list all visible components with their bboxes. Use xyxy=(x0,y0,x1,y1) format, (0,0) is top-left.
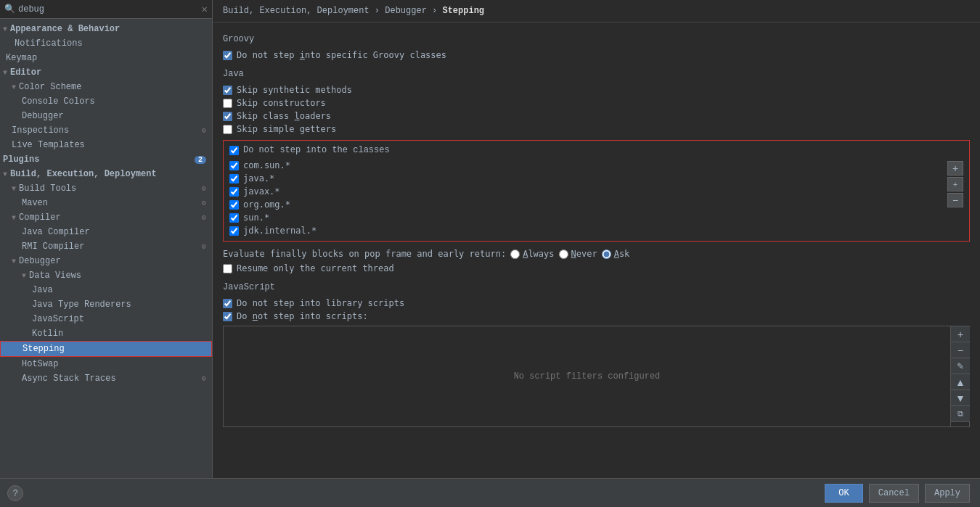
sidebar-item-async-stack-traces[interactable]: Async Stack Traces ⚙ xyxy=(0,371,212,386)
sidebar-item-label: JavaScript xyxy=(32,314,206,324)
do-not-step-groovy-checkbox[interactable] xyxy=(223,51,232,60)
scripts-remove-button[interactable]: − xyxy=(951,342,970,358)
sidebar-item-java-data[interactable]: Java xyxy=(0,283,212,297)
sidebar-item-console-colors[interactable]: Console Colors xyxy=(0,94,212,109)
sidebar-item-label: Build Tools xyxy=(19,184,199,194)
sidebar-item-inspections[interactable]: Inspections ⚙ xyxy=(0,123,212,138)
resume-only-checkbox[interactable] xyxy=(223,264,232,273)
do-not-step-library-row: Do not step into library scripts xyxy=(223,297,970,310)
ok-button[interactable]: OK xyxy=(825,484,862,503)
add-class-button2[interactable]: + xyxy=(947,177,963,191)
sidebar-item-debugger-editor[interactable]: Debugger xyxy=(0,109,212,123)
no-scripts-label: No script filters configured xyxy=(514,371,661,382)
help-button[interactable]: ? xyxy=(7,485,23,501)
scripts-edit-button[interactable]: ✎ xyxy=(951,358,970,374)
sidebar-item-label: Data Views xyxy=(29,271,206,281)
class-pattern-label: com.sun.* xyxy=(243,160,290,170)
sidebar-item-appearance[interactable]: ▼ Appearance & Behavior xyxy=(0,22,212,36)
list-item: jdk.internal.* xyxy=(229,225,943,236)
list-item: org.omg.* xyxy=(229,199,943,210)
skip-simple-getters-label: Skip simple getters xyxy=(237,124,336,134)
sidebar-item-label: Live Templates xyxy=(12,140,206,150)
sidebar-item-label: Appearance & Behavior xyxy=(10,24,206,34)
sidebar-item-label: RMI Compiler xyxy=(22,242,199,252)
sidebar-item-label: Debugger xyxy=(22,111,206,121)
scripts-up-button[interactable]: ▲ xyxy=(951,374,970,390)
class-pattern-checkbox[interactable] xyxy=(229,187,239,197)
skip-class-loaders-row: Skip class loaders xyxy=(223,110,970,123)
skip-class-loaders-checkbox[interactable] xyxy=(223,112,232,121)
scripts-empty-message: No script filters configured xyxy=(224,326,950,426)
do-not-step-scripts-checkbox[interactable] xyxy=(223,312,232,321)
sidebar-item-plugins[interactable]: Plugins 2 xyxy=(0,152,212,167)
search-clear-icon[interactable]: ✕ xyxy=(202,3,208,15)
add-class-button[interactable]: + xyxy=(947,161,963,176)
remove-class-button[interactable]: − xyxy=(947,193,963,207)
sidebar-item-debugger-main[interactable]: ▼ Debugger xyxy=(0,254,212,268)
sidebar-item-javascript-data[interactable]: JavaScript xyxy=(0,312,212,326)
do-not-step-library-checkbox[interactable] xyxy=(223,299,232,308)
scripts-add-button[interactable]: + xyxy=(951,326,970,342)
sidebar-item-maven[interactable]: Maven ⚙ xyxy=(0,196,212,210)
classes-list-area: com.sun.* java.* javax.* org.omg.* xyxy=(229,160,963,236)
sidebar: 🔍 ✕ ▼ Appearance & Behavior Notification… xyxy=(0,0,213,478)
search-input[interactable] xyxy=(18,4,199,15)
plugins-badge: 2 xyxy=(195,156,206,164)
sidebar-item-data-views[interactable]: ▼ Data Views xyxy=(0,268,212,283)
sidebar-item-java-type-renderers[interactable]: Java Type Renderers xyxy=(0,297,212,312)
sidebar-item-color-scheme[interactable]: ▼ Color Scheme xyxy=(0,80,212,94)
eval-ask-radio[interactable] xyxy=(602,250,611,259)
resume-only-row: Resume only the current thread xyxy=(223,262,970,275)
class-pattern-checkbox[interactable] xyxy=(229,174,239,184)
classes-list: com.sun.* java.* javax.* org.omg.* xyxy=(229,160,943,236)
class-pattern-checkbox[interactable] xyxy=(229,226,239,236)
sidebar-item-compiler[interactable]: ▼ Compiler ⚙ xyxy=(0,210,212,225)
eval-never-radio[interactable] xyxy=(559,250,568,259)
expand-arrow: ▼ xyxy=(3,170,7,178)
settings-icon: ⚙ xyxy=(202,242,206,251)
sidebar-item-editor[interactable]: ▼ Editor xyxy=(0,65,212,80)
skip-synthetic-checkbox[interactable] xyxy=(223,86,232,95)
sidebar-item-build-exec-deploy[interactable]: ▼ Build, Execution, Deployment xyxy=(0,167,212,181)
sidebar-item-rmi-compiler[interactable]: RMI Compiler ⚙ xyxy=(0,239,212,254)
radio-never: Never xyxy=(559,249,597,259)
scripts-container: No script filters configured + − ✎ ▲ ▼ ⧉ xyxy=(223,326,970,427)
groovy-section-label: Groovy xyxy=(223,34,970,44)
skip-class-loaders-label: Skip class loaders xyxy=(237,111,331,121)
sidebar-item-keymap[interactable]: Keymap xyxy=(0,51,212,65)
sidebar-item-build-tools[interactable]: ▼ Build Tools ⚙ xyxy=(0,181,212,196)
do-not-step-groovy-label: Do not step into specific Groovy classes xyxy=(237,50,446,60)
class-pattern-checkbox[interactable] xyxy=(229,161,239,170)
class-pattern-checkbox[interactable] xyxy=(229,200,239,210)
sidebar-item-live-templates[interactable]: Live Templates xyxy=(0,138,212,152)
class-pattern-label: java.* xyxy=(243,173,274,184)
do-not-step-classes-checkbox[interactable] xyxy=(229,146,239,155)
expand-arrow: ▼ xyxy=(22,272,26,280)
scripts-side-buttons: + − ✎ ▲ ▼ ⧉ xyxy=(950,326,969,426)
sidebar-tree: ▼ Appearance & Behavior Notifications Ke… xyxy=(0,19,212,478)
scripts-copy-button[interactable]: ⧉ xyxy=(951,406,970,422)
settings-icon: ⚙ xyxy=(202,213,206,222)
skip-simple-getters-row: Skip simple getters xyxy=(223,123,970,136)
skip-constructors-row: Skip constructors xyxy=(223,96,970,110)
sidebar-item-label: Editor xyxy=(10,67,206,78)
sidebar-item-stepping[interactable]: Stepping xyxy=(0,341,212,357)
sidebar-item-hotswap[interactable]: HotSwap xyxy=(0,357,212,371)
sidebar-item-java-compiler[interactable]: Java Compiler xyxy=(0,225,212,239)
class-pattern-checkbox[interactable] xyxy=(229,213,239,223)
sidebar-item-notifications[interactable]: Notifications xyxy=(0,36,212,51)
apply-button[interactable]: Apply xyxy=(925,484,970,503)
expand-arrow: ▼ xyxy=(12,83,16,91)
settings-icon: ⚙ xyxy=(202,126,206,135)
skip-constructors-checkbox[interactable] xyxy=(223,99,232,108)
do-not-step-groovy-row: Do not step into specific Groovy classes xyxy=(223,49,970,62)
cancel-button[interactable]: Cancel xyxy=(869,484,919,503)
evaluate-label: Evaluate finally blocks on pop frame and… xyxy=(223,249,506,259)
javascript-section-label: JavaScript xyxy=(223,282,970,292)
do-not-step-scripts-row: Do not step into scripts: xyxy=(223,310,970,323)
eval-always-radio[interactable] xyxy=(510,250,520,259)
sidebar-item-kotlin[interactable]: Kotlin xyxy=(0,326,212,341)
skip-simple-getters-checkbox[interactable] xyxy=(223,125,232,134)
sidebar-item-label: Java xyxy=(32,285,206,295)
scripts-down-button[interactable]: ▼ xyxy=(951,390,970,406)
